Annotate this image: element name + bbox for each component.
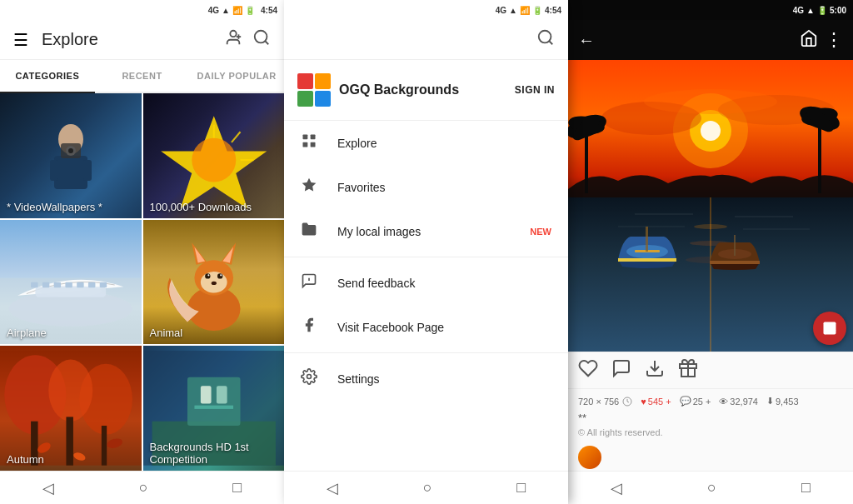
back-button-3[interactable]: ← <box>578 31 595 50</box>
signal-icon-2: ▲ <box>509 6 517 15</box>
svg-rect-54 <box>216 387 227 404</box>
likes-stat: ♥ 545 + <box>641 397 671 407</box>
menu-icon[interactable]: ☰ <box>13 30 28 50</box>
drawer-item-feedback[interactable]: Send feedback <box>284 261 568 305</box>
views-stat: 👁 32,974 <box>719 397 758 407</box>
drawer-item-explore[interactable]: Explore <box>284 121 568 165</box>
search-icon-drawer[interactable] <box>536 28 555 51</box>
folder-icon <box>301 221 324 242</box>
search-button[interactable] <box>252 28 271 51</box>
svg-rect-55 <box>194 406 233 409</box>
drawer-item-settings[interactable]: Settings <box>284 357 568 401</box>
grid-item-autumn[interactable]: Autumn <box>0 346 142 471</box>
status-bar-3: 4G ▲ 🔋 5:00 <box>568 0 853 20</box>
drawer-top-bar <box>284 20 568 60</box>
status-icons-1: 4G ▲ 📶 🔋 4:54 <box>208 6 277 15</box>
home-button-1[interactable]: ○ <box>139 479 148 497</box>
wifi-icon-1: 📶 <box>232 6 242 15</box>
status-bar-2: 4G ▲ 📶 🔋 4:54 <box>284 0 568 20</box>
tab-recent[interactable]: RECENT <box>95 60 190 93</box>
like-button[interactable] <box>578 358 598 383</box>
network-indicator-1: 4G <box>208 6 219 15</box>
gear-icon <box>301 368 324 389</box>
feedback-icon <box>301 272 324 293</box>
grid-label-airplane: Airplane <box>7 327 47 339</box>
time-1: 4:54 <box>261 6 277 15</box>
drawer-item-local[interactable]: My local images NEW <box>284 209 568 253</box>
grid-item-animal[interactable]: Animal <box>143 220 285 345</box>
signal-icon-1: ▲ <box>222 6 230 15</box>
svg-rect-52 <box>187 377 240 426</box>
back-button-4[interactable]: ◁ <box>611 479 622 497</box>
dimensions-stat: 720 × 756 <box>578 397 632 407</box>
home-button-4[interactable]: ○ <box>707 479 716 497</box>
add-person-button[interactable] <box>224 28 242 51</box>
svg-point-43 <box>48 360 92 422</box>
back-button-1[interactable]: ◁ <box>42 479 54 497</box>
recent-button-1[interactable]: □ <box>232 479 242 497</box>
svg-rect-26 <box>88 282 95 287</box>
boats-image <box>568 60 853 352</box>
comment-button[interactable] <box>611 358 631 383</box>
battery-icon-3: 🔋 <box>817 6 827 15</box>
drawer-item-favorites[interactable]: Favorites <box>284 165 568 209</box>
sign-in-button[interactable]: SIGN IN <box>515 84 555 96</box>
gift-button[interactable] <box>678 358 698 383</box>
logo-block-red <box>297 73 313 89</box>
download-area <box>568 444 853 471</box>
svg-rect-96 <box>734 235 736 256</box>
facebook-icon <box>301 317 324 337</box>
network-indicator-3: 4G <box>793 6 804 15</box>
image-view <box>568 60 853 352</box>
back-button-2[interactable]: ◁ <box>327 479 338 497</box>
page-title: Explore <box>42 30 214 49</box>
panel-explore: 4G ▲ 📶 🔋 4:54 ☰ Explore CATEGORIES <box>0 0 284 504</box>
grid-item-video[interactable]: * VideoWallpapers * <box>0 93 142 218</box>
svg-point-11 <box>68 148 73 153</box>
grid-item-competition[interactable]: Backgrounds HD 1st Competition <box>143 346 285 471</box>
battery-icon-2: 🔋 <box>532 6 542 15</box>
svg-rect-25 <box>77 282 83 287</box>
facebook-label: Visit Facebook Page <box>337 321 551 334</box>
svg-rect-22 <box>42 282 49 287</box>
tab-categories[interactable]: CATEGORIES <box>0 60 95 93</box>
app-logo-icon <box>297 73 331 107</box>
grid-label-autumn: Autumn <box>7 453 44 466</box>
time-3: 5:00 <box>830 6 846 15</box>
svg-rect-94 <box>710 261 760 264</box>
app-bar-explore: ☰ Explore <box>0 20 284 60</box>
status-bar-1: 4G ▲ 📶 🔋 4:54 <box>0 0 284 20</box>
grid-item-airplane[interactable]: Airplane <box>0 220 142 345</box>
svg-point-83 <box>694 224 727 229</box>
local-images-label: My local images <box>337 225 530 238</box>
drawer-item-facebook[interactable]: Visit Facebook Page <box>284 305 568 349</box>
wifi-icon-2: 📶 <box>520 6 530 15</box>
image-meta: 720 × 756 ♥ 545 + 💬 25 + 👁 32,974 ⬇ 9,45… <box>568 388 853 444</box>
download-button[interactable] <box>645 358 665 383</box>
image-actions <box>568 352 853 388</box>
drawer-header: OGQ Backgrounds SIGN IN <box>284 60 568 121</box>
grid-icon <box>301 132 324 153</box>
tab-daily-popular[interactable]: DAILY POPULAR <box>189 60 284 93</box>
new-badge: NEW <box>530 227 551 237</box>
more-button[interactable]: ⋮ <box>825 29 843 51</box>
svg-point-69 <box>701 121 721 141</box>
home-button-2[interactable]: ○ <box>423 479 432 497</box>
recent-button-2[interactable]: □ <box>516 479 526 497</box>
svg-rect-58 <box>303 135 308 140</box>
home-button-3[interactable] <box>800 29 818 52</box>
svg-rect-23 <box>54 282 61 287</box>
video-bg <box>0 93 142 218</box>
svg-point-98 <box>826 325 829 327</box>
app-name: OGQ Backgrounds <box>339 82 459 97</box>
recent-button-4[interactable]: □ <box>801 479 811 497</box>
grid-item-downloads[interactable]: 100,000+ Downloads <box>143 93 285 218</box>
drawer-divider-2 <box>284 352 568 353</box>
wallpaper-fab[interactable] <box>813 312 846 345</box>
drawer-logo: OGQ Backgrounds <box>297 73 459 107</box>
svg-point-72 <box>644 89 777 114</box>
svg-point-39 <box>211 281 216 284</box>
signal-icon-3: ▲ <box>806 6 815 15</box>
animal-bg <box>143 220 285 345</box>
logo-block-blue <box>315 91 331 107</box>
